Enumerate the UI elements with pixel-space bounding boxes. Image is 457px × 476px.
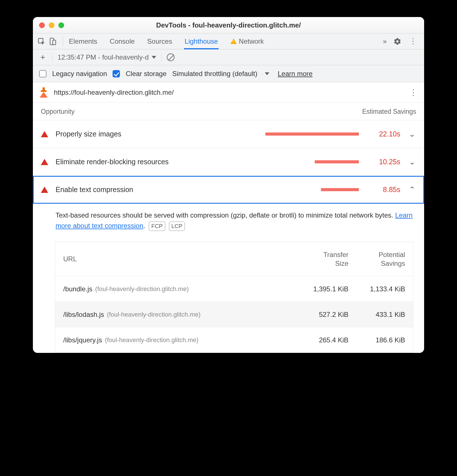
kebab-menu-icon[interactable]: ⋮ [405,37,421,46]
tab-sources[interactable]: Sources [147,37,173,45]
table-body: /bundle.js (foul-heavenly-direction.glit… [55,276,413,353]
report-url-row: https://foul-heavenly-direction.glitch.m… [33,82,424,103]
tab-network-label: Network [239,37,264,45]
transfer-size: 527.2 KiB [292,311,348,319]
fail-triangle-icon [41,187,48,193]
clear-storage-label: Clear storage [126,70,166,78]
savings-value: 22.10s [366,130,400,138]
throttling-caret-icon[interactable] [265,72,269,75]
report-menu-icon[interactable]: ⋮ [409,88,417,97]
lighthouse-settings: Legacy navigation Clear storage Simulate… [33,65,424,82]
window-title: DevTools - foul-heavenly-direction.glitc… [33,21,424,29]
divider [63,37,63,46]
resource-origin: (foul-heavenly-direction.glitch.me) [95,285,189,293]
window-controls [39,22,64,28]
more-tabs-icon[interactable]: » [380,37,390,45]
chevron-up-icon[interactable]: ⌃ [408,185,416,194]
opportunity-header: Opportunity Estimated Savings [33,103,424,120]
settings-icon[interactable] [391,37,404,45]
transfer-size: 1,395.1 KiB [292,285,348,293]
opportunity-item[interactable]: Properly size images22.10s⌄ [33,120,424,148]
opportunity-label: Enable text compression [56,186,186,194]
transfer-size: 265.4 KiB [292,336,348,344]
report-url: https://foul-heavenly-direction.glitch.m… [54,89,174,96]
opportunity-desc-period: . [143,222,145,229]
device-toolbar-icon[interactable] [48,36,58,47]
minimize-window-button[interactable] [49,22,54,28]
chevron-down-icon[interactable]: ⌄ [408,157,416,167]
warning-icon [230,39,237,44]
potential-savings: 186.6 KiB [348,336,405,344]
new-report-button[interactable]: + [39,52,47,62]
clear-report-icon[interactable] [167,53,175,61]
col-potential: Potential Savings [348,250,405,268]
metric-badge-fcp: FCP [149,222,165,231]
savings-bar-track [193,132,359,136]
metric-badge-lcp: LCP [169,222,185,231]
resource-path: /libs/jquery.js [63,336,102,344]
lighthouse-toolbar: + 12:35:47 PM - foul-heavenly-d [33,49,424,65]
tab-network[interactable]: Network [230,37,265,45]
fail-triangle-icon [41,159,48,165]
opportunity-list: Properly size images22.10s⌄Eliminate ren… [33,120,424,204]
tab-lighthouse[interactable]: Lighthouse [184,37,218,49]
table-row[interactable]: /libs/lodash.js (foul-heavenly-direction… [55,302,413,327]
table-header: URL Transfer Size Potential Savings [55,242,413,276]
col-transfer: Transfer Size [292,250,348,268]
panel-tab-strip: Elements Console Sources Lighthouse Netw… [33,33,424,49]
savings-bar [315,160,359,163]
opportunity-label: Properly size images [56,130,186,138]
savings-bar-track [193,188,359,191]
devtools-window: DevTools - foul-heavenly-direction.glitc… [33,17,424,353]
resource-origin: (foul-heavenly-direction.glitch.me) [107,311,200,318]
savings-bar-track [193,160,359,163]
report-selector-label: 12:35:47 PM - foul-heavenly-d [58,53,149,61]
tab-elements[interactable]: Elements [68,37,98,45]
chevron-down-icon[interactable]: ⌄ [408,129,416,139]
potential-savings: 1,133.4 KiB [348,285,405,293]
opportunity-item[interactable]: Enable text compression8.85s⌃ [33,176,424,204]
resource-origin: (foul-heavenly-direction.glitch.me) [105,336,198,344]
table-row[interactable]: /libs/jquery.js (foul-heavenly-direction… [55,327,413,353]
opportunity-header-right: Estimated Savings [362,108,416,115]
lighthouse-logo-icon [40,87,48,98]
svg-rect-2 [53,40,56,45]
clear-storage-checkbox[interactable] [113,70,120,77]
legacy-navigation-checkbox[interactable] [39,70,46,77]
savings-value: 8.85s [366,186,400,194]
compression-table: URL Transfer Size Potential Savings /bun… [55,242,413,353]
inspect-element-icon[interactable] [36,36,46,47]
panel-tabs: Elements Console Sources Lighthouse Netw… [68,37,379,45]
savings-value: 10.25s [366,158,400,166]
titlebar: DevTools - foul-heavenly-direction.glitc… [33,17,424,33]
opportunity-desc-text: Text-based resources should be served wi… [56,211,395,219]
legacy-navigation-label: Legacy navigation [52,70,107,78]
throttling-label: Simulated throttling (default) [172,70,257,78]
savings-bar [265,132,359,136]
divider [161,53,162,62]
col-url: URL [63,255,292,263]
caret-down-icon [152,56,156,59]
learn-more-link[interactable]: Learn more [278,70,313,78]
savings-bar [321,188,359,191]
resource-path: /bundle.js [63,285,92,293]
opportunity-description: Text-based resources should be served wi… [33,204,424,234]
opportunity-label: Eliminate render-blocking resources [56,158,186,166]
divider [52,53,52,62]
fail-triangle-icon [41,131,48,137]
report-selector[interactable]: 12:35:47 PM - foul-heavenly-d [58,53,156,61]
opportunity-item[interactable]: Eliminate render-blocking resources10.25… [33,148,424,176]
table-row[interactable]: /bundle.js (foul-heavenly-direction.glit… [55,276,413,302]
resource-path: /libs/lodash.js [63,311,104,319]
close-window-button[interactable] [39,22,45,28]
zoom-window-button[interactable] [58,22,64,28]
potential-savings: 433.1 KiB [348,311,405,319]
tab-console[interactable]: Console [109,37,135,45]
opportunity-header-left: Opportunity [41,108,75,115]
